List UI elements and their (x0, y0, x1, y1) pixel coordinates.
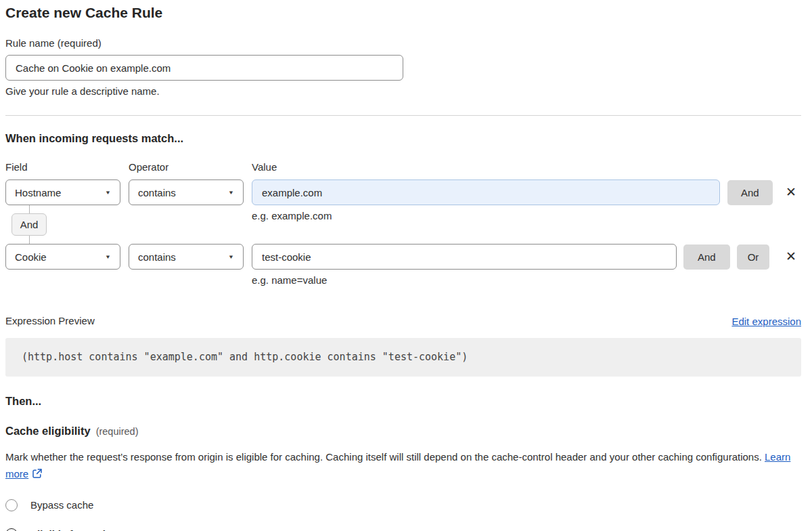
chevron-down-icon: ▼ (105, 190, 111, 196)
operator-select-2-value: contains (138, 251, 176, 263)
chevron-down-icon: ▼ (228, 190, 234, 196)
rule-name-helper: Give your rule a descriptive name. (5, 85, 801, 98)
condition-column-labels: Field Operator Value (5, 161, 801, 173)
operator-select-1[interactable]: contains ▼ (129, 179, 244, 205)
chevron-down-icon: ▼ (105, 254, 111, 260)
radio-option-eligible-for-cache[interactable]: Eligible for cache (5, 528, 801, 531)
column-label-value: Value (252, 161, 277, 173)
column-label-operator: Operator (129, 161, 252, 173)
add-and-condition-button-2[interactable]: And (683, 245, 730, 270)
radio-option-eligible-label: Eligible for cache (30, 528, 114, 531)
field-select-1-value: Hostname (15, 187, 61, 198)
operator-select-2[interactable]: contains ▼ (129, 244, 244, 270)
field-select-2-value: Cookie (15, 251, 47, 263)
cache-eligibility-description: Mark whether the request’s response from… (5, 448, 801, 484)
cache-eligibility-required: (required) (96, 426, 139, 437)
expression-code-block: (http.host contains "example.com" and ht… (5, 338, 801, 377)
column-label-field: Field (5, 161, 129, 173)
section-divider (5, 115, 801, 116)
then-heading: Then... (5, 395, 801, 408)
rule-name-label: Rule name (required) (5, 37, 801, 49)
cache-eligibility-title: Cache eligibility (5, 425, 91, 438)
add-or-condition-button-2[interactable]: Or (737, 245, 770, 270)
expression-preview-label: Expression Preview (5, 315, 95, 327)
condition-row-2: Cookie ▼ contains ▼ And Or ✕ (5, 244, 801, 270)
field-select-2[interactable]: Cookie ▼ (5, 244, 120, 270)
chevron-down-icon: ▼ (228, 254, 234, 260)
close-icon: ✕ (786, 249, 796, 263)
condition-connector-block: And e.g. example.com (5, 205, 801, 244)
radio-option-bypass-label: Bypass cache (30, 499, 93, 511)
edit-expression-link[interactable]: Edit expression (731, 316, 801, 327)
add-and-condition-button-1[interactable]: And (727, 180, 773, 205)
page-title: Create new Cache Rule (5, 4, 801, 21)
and-connector-button[interactable]: And (12, 213, 47, 236)
close-icon: ✕ (786, 185, 796, 199)
expression-code: (http.host contains "example.com" and ht… (22, 351, 468, 363)
radio-selected-icon[interactable] (5, 528, 18, 531)
condition-row-1: Hostname ▼ contains ▼ And ✕ (5, 179, 801, 205)
radio-unselected-icon[interactable] (5, 499, 18, 511)
value-hint-1: e.g. example.com (252, 210, 332, 222)
value-input-2[interactable] (252, 244, 677, 270)
external-link-icon[interactable] (32, 467, 43, 484)
value-hint-2: e.g. name=value (252, 274, 801, 286)
description-text: Mark whether the request’s response from… (5, 451, 762, 463)
field-select-1[interactable]: Hostname ▼ (5, 179, 120, 205)
remove-condition-button-2[interactable]: ✕ (781, 247, 801, 267)
remove-condition-button-1[interactable]: ✕ (781, 182, 801, 203)
radio-option-bypass-cache[interactable]: Bypass cache (5, 499, 801, 511)
operator-select-1-value: contains (138, 187, 176, 198)
rule-name-input[interactable] (5, 55, 403, 81)
match-heading: When incoming requests match... (5, 132, 801, 145)
value-input-1[interactable] (252, 179, 720, 205)
